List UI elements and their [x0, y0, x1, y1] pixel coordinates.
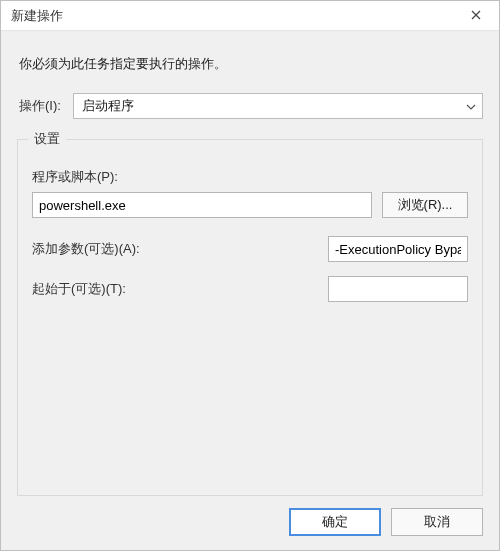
window-title: 新建操作 — [1, 7, 453, 25]
action-select-value: 启动程序 — [82, 98, 134, 113]
action-row: 操作(I): 启动程序 — [17, 93, 483, 119]
action-select-wrap: 启动程序 — [73, 93, 483, 119]
dialog-footer: 确定 取消 — [1, 496, 499, 550]
program-label: 程序或脚本(P): — [32, 168, 468, 186]
startin-label: 起始于(可选)(T): — [32, 280, 328, 298]
settings-legend: 设置 — [28, 130, 66, 148]
args-row: 添加参数(可选)(A): — [32, 236, 468, 262]
action-label: 操作(I): — [17, 97, 73, 115]
window-new-action: 新建操作 你必须为此任务指定要执行的操作。 操作(I): 启动程序 设置 程序或… — [0, 0, 500, 551]
close-button[interactable] — [453, 1, 499, 31]
startin-row: 起始于(可选)(T): — [32, 276, 468, 302]
startin-input[interactable] — [328, 276, 468, 302]
close-icon — [471, 8, 481, 23]
browse-button[interactable]: 浏览(R)... — [382, 192, 468, 218]
titlebar: 新建操作 — [1, 1, 499, 31]
browse-button-label: 浏览(R)... — [398, 196, 453, 214]
chevron-down-icon — [466, 94, 476, 118]
settings-group: 设置 程序或脚本(P): 浏览(R)... 添加参数(可选)(A): 起始于(可… — [17, 139, 483, 496]
ok-button-label: 确定 — [322, 513, 348, 531]
ok-button[interactable]: 确定 — [289, 508, 381, 536]
program-row: 浏览(R)... — [32, 192, 468, 218]
instruction-text: 你必须为此任务指定要执行的操作。 — [19, 55, 481, 73]
program-input[interactable] — [32, 192, 372, 218]
content-area: 你必须为此任务指定要执行的操作。 操作(I): 启动程序 设置 程序或脚本(P)… — [1, 31, 499, 496]
cancel-button-label: 取消 — [424, 513, 450, 531]
cancel-button[interactable]: 取消 — [391, 508, 483, 536]
args-label: 添加参数(可选)(A): — [32, 240, 328, 258]
args-input[interactable] — [328, 236, 468, 262]
action-select[interactable]: 启动程序 — [73, 93, 483, 119]
